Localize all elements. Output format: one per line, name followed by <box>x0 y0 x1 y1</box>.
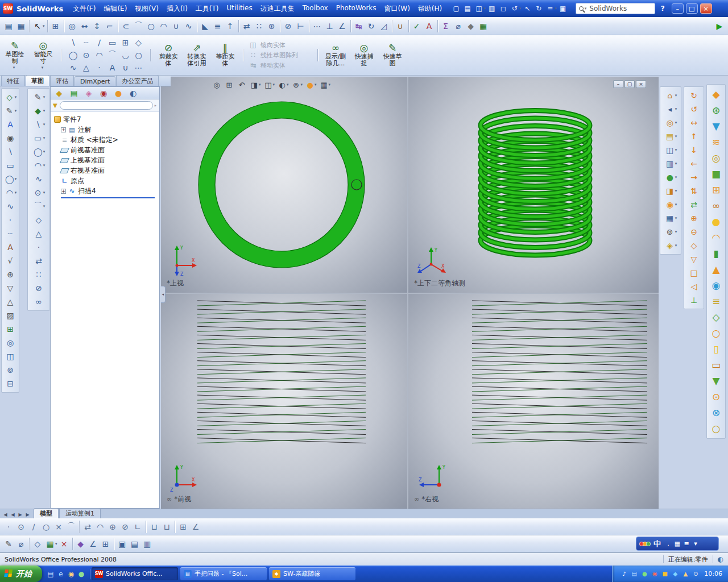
taskbar-task-document[interactable]: ▤ 手把问题 - 『Sol... <box>180 567 267 580</box>
select-icon[interactable]: ↖ <box>31 20 44 32</box>
corner-tool-icon[interactable]: ∟ <box>131 521 144 533</box>
open-part-icon[interactable]: ▤ <box>664 130 676 143</box>
internet-explorer-icon[interactable]: e <box>56 569 66 579</box>
menu-item-2[interactable]: 视图(V) <box>131 2 163 15</box>
hide-show-items-dropdown[interactable]: ▾ <box>301 82 303 87</box>
helix-front-profile[interactable] <box>197 301 366 443</box>
view-orientation-icon[interactable]: ⌂ <box>664 89 676 102</box>
edit-appearance-icon[interactable]: ● <box>304 79 316 90</box>
panel-collapse-handle[interactable]: ◂ <box>161 286 166 303</box>
normal-to-icon[interactable]: ⊥ <box>688 294 700 306</box>
print-preview-icon[interactable]: ◻ <box>498 3 509 14</box>
madi-screw-icon[interactable]: ≡ <box>709 294 723 309</box>
antivirus-icon[interactable]: ● <box>640 569 649 579</box>
minimize-button[interactable]: – <box>672 3 684 14</box>
select-icon[interactable]: ↖ <box>522 3 533 14</box>
3point-arc-icon[interactable]: ◡ <box>119 49 132 61</box>
media-player-icon[interactable]: ◉ <box>66 569 76 579</box>
options-icon[interactable]: ≡ <box>544 3 556 14</box>
search-dropdown[interactable]: ▾ <box>585 6 587 11</box>
table-icon[interactable]: ⊞ <box>4 323 16 335</box>
dimxpertmanager-icon[interactable]: ◉ <box>97 87 110 99</box>
centerpoint-arc-icon[interactable]: ◠ <box>32 159 44 172</box>
madi-gear-icon[interactable]: ⊛ <box>709 103 723 118</box>
abc-note-icon[interactable]: A <box>423 20 436 32</box>
close-button[interactable]: × <box>700 3 712 14</box>
corner-rectangle-icon[interactable]: ▭ <box>32 132 44 144</box>
spline-icon[interactable]: ∿ <box>32 173 45 185</box>
document-restore-button[interactable]: ▢ <box>624 80 635 88</box>
geometric-tolerance-icon[interactable]: ⊕ <box>4 268 16 281</box>
centerpoint-arc-dropdown[interactable]: ▾ <box>43 163 46 168</box>
filter-input[interactable] <box>60 101 153 110</box>
first-tab-icon[interactable]: ◀ <box>2 511 9 518</box>
dimension-tool-icon[interactable]: ⌀ <box>15 538 27 550</box>
isometric-view-icon[interactable]: ◇ <box>688 239 700 252</box>
point-icon[interactable]: · <box>4 214 16 226</box>
section-icon[interactable]: ◫ <box>4 350 16 363</box>
helix-3d-model[interactable] <box>481 111 590 256</box>
open-part-dropdown[interactable]: ▾ <box>675 134 677 139</box>
expand-toggle[interactable]: + <box>61 127 66 132</box>
offset-entities-button[interactable]: ∥ 等距实体 <box>213 41 238 69</box>
arc-tool-icon[interactable]: ⌒ <box>65 521 77 533</box>
section-view-dropdown[interactable]: ▾ <box>259 82 261 87</box>
propertymanager-icon[interactable]: ▤ <box>68 87 80 99</box>
circle-tool-icon[interactable]: ⊙ <box>15 521 27 533</box>
zoom-to-area-icon[interactable]: ⊞ <box>224 79 235 90</box>
section-view-dropdown[interactable]: ▾ <box>675 189 677 193</box>
sketch-button[interactable]: ✎ 草图绘制 ▾ <box>2 39 27 71</box>
expand-toggle[interactable]: + <box>61 189 66 194</box>
show-desktop-icon[interactable]: ▤ <box>46 569 56 579</box>
ime-settings-icon[interactable]: ≡ <box>682 539 691 548</box>
madi-rivet-icon[interactable]: ▼ <box>709 373 723 388</box>
cmtab-3[interactable]: DimXpert <box>75 76 115 86</box>
point-icon[interactable]: · <box>93 61 106 74</box>
corner-rectangle-icon[interactable]: ▭ <box>106 36 119 49</box>
ordinate-dimension-icon[interactable]: ⌐ <box>104 20 116 32</box>
menu-item-3[interactable]: 插入(I) <box>163 2 192 15</box>
construction-geometry-icon[interactable]: ⋯ <box>311 20 324 32</box>
apply-scene-icon[interactable]: ▦ <box>318 79 330 90</box>
pan-icon[interactable]: ↔ <box>688 117 700 129</box>
section-view-icon[interactable]: ◨ <box>664 185 676 197</box>
sketch-icon[interactable]: ◆ <box>32 105 44 117</box>
madi-washer-icon[interactable]: ○ <box>709 326 723 340</box>
standard-views-icon[interactable]: ◫ <box>664 144 676 156</box>
swap-icon[interactable]: ⇄ <box>688 198 700 211</box>
maximize-button[interactable]: □ <box>686 3 698 14</box>
spell-checker-icon[interactable]: ✓ <box>411 20 423 32</box>
new-document-icon[interactable]: ▢ <box>450 3 462 14</box>
design-table-icon[interactable]: ▦ <box>477 20 490 32</box>
fillet-tool-icon[interactable]: ⊕ <box>106 521 119 533</box>
undo-dropdown[interactable]: ▾ <box>519 6 522 11</box>
scale-entities-icon[interactable]: ◿ <box>378 20 390 32</box>
plane-icon[interactable]: ◇ <box>32 214 45 226</box>
line-icon[interactable]: ∖ <box>32 118 44 131</box>
ellipse-icon[interactable]: ○ <box>133 49 145 61</box>
viewport-isometric[interactable]: Y X Z *上下二等角轴测 <box>408 77 659 293</box>
angle-snap-tool-icon[interactable]: ∠ <box>87 538 100 550</box>
cmtab-0[interactable]: 特征 <box>1 75 25 86</box>
cmtab-2[interactable]: 评估 <box>50 75 74 86</box>
line-tool-icon[interactable]: ∕ <box>27 521 40 533</box>
mirror-entities-icon[interactable]: ⇄ <box>241 20 253 32</box>
tree-item-part[interactable]: 零件7 <box>52 114 158 124</box>
ime-tray-icon[interactable]: ■ <box>660 569 669 579</box>
line-icon[interactable]: ∖ <box>67 36 80 49</box>
globe-icon[interactable]: ◐ <box>718 555 723 563</box>
design-table-tool-dropdown[interactable]: ▾ <box>55 542 57 546</box>
madi-cam-icon[interactable]: ● <box>709 214 723 229</box>
center-rectangle-icon[interactable]: ⊞ <box>119 36 132 49</box>
up-icon[interactable]: ↑ <box>688 130 700 143</box>
smart-dimension-icon[interactable]: ✎ <box>32 91 44 103</box>
displaymanager-icon[interactable]: ● <box>112 87 125 99</box>
text-icon[interactable]: A <box>4 241 16 253</box>
tree-item-material[interactable]: ≡ 材质 <未指定> <box>52 135 158 145</box>
appearance-icon[interactable]: ◉ <box>664 198 676 211</box>
note-icon[interactable]: A <box>4 118 16 131</box>
camera-dropdown[interactable]: ▾ <box>675 230 677 234</box>
btab-0[interactable]: 模型 <box>34 508 59 518</box>
down-icon[interactable]: ↓ <box>688 144 700 156</box>
trim-tool-icon[interactable]: ⊘ <box>119 521 131 533</box>
